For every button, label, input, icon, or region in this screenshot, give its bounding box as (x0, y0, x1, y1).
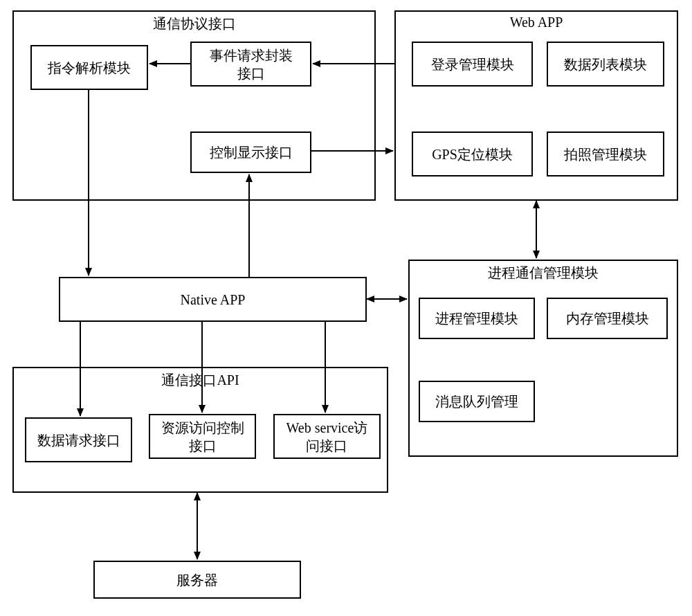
display-control-text: 控制显示接口 (210, 143, 293, 161)
resource-access-box: 资源访问控制 接口 (149, 414, 256, 459)
parse-module-text: 指令解析模块 (48, 59, 131, 77)
photo-module-text: 拍照管理模块 (564, 145, 647, 163)
parse-module-box: 指令解析模块 (30, 45, 148, 90)
process-container: 进程通信管理模块 (408, 260, 678, 457)
process-module-text: 进程管理模块 (435, 309, 518, 327)
web-service-text: Web service访 问接口 (286, 419, 368, 455)
protocol-label: 通信协议接口 (14, 12, 374, 36)
webapp-label: Web APP (396, 12, 677, 33)
process-module-box: 进程管理模块 (419, 298, 535, 339)
server-text: 服务器 (176, 571, 218, 589)
gps-module-text: GPS定位模块 (432, 145, 513, 163)
display-control-box: 控制显示接口 (190, 132, 311, 173)
datalist-module-box: 数据列表模块 (547, 42, 664, 87)
photo-module-box: 拍照管理模块 (547, 132, 664, 176)
data-request-box: 数据请求接口 (25, 417, 132, 462)
memory-module-text: 内存管理模块 (566, 309, 649, 327)
native-app-text: Native APP (181, 291, 246, 309)
datalist-module-text: 数据列表模块 (564, 55, 647, 73)
login-module-box: 登录管理模块 (412, 42, 533, 87)
memory-module-box: 内存管理模块 (547, 298, 668, 339)
native-app-box: Native APP (59, 277, 367, 322)
api-label: 通信接口API (14, 368, 387, 392)
login-module-text: 登录管理模块 (431, 55, 514, 73)
server-box: 服务器 (93, 561, 301, 599)
msg-queue-box: 消息队列管理 (419, 381, 535, 422)
event-request-text: 事件请求封装 接口 (210, 46, 293, 82)
web-service-box: Web service访 问接口 (273, 414, 381, 459)
gps-module-box: GPS定位模块 (412, 132, 533, 176)
msg-queue-text: 消息队列管理 (435, 392, 518, 410)
resource-access-text: 资源访问控制 接口 (161, 419, 244, 455)
event-request-box: 事件请求封装 接口 (190, 42, 311, 87)
process-label: 进程通信管理模块 (410, 261, 677, 285)
data-request-text: 数据请求接口 (37, 431, 120, 449)
